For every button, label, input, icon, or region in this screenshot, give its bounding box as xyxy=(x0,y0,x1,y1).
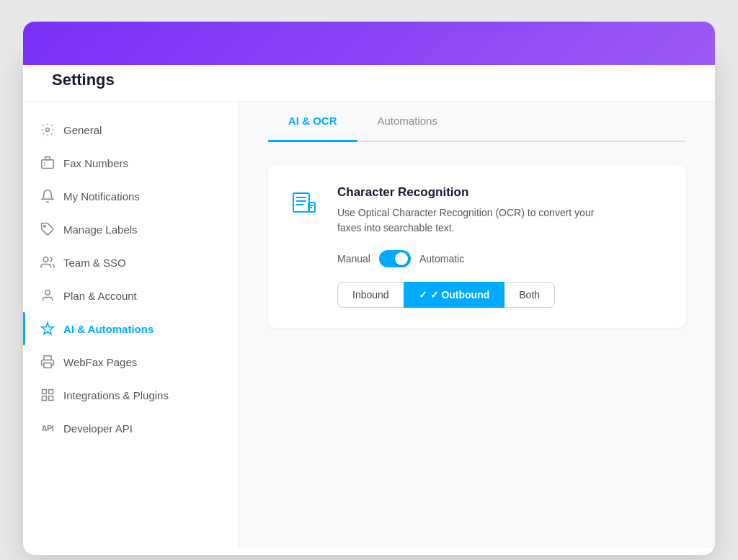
sidebar-item-notifications-label: My Notifications xyxy=(63,190,140,203)
top-bar xyxy=(23,22,715,65)
sidebar-item-integrations-label: Integrations & Plugins xyxy=(63,389,169,401)
sidebar-item-general[interactable]: General xyxy=(23,113,239,146)
sidebar-item-webfax-label: WebFax Pages xyxy=(63,356,137,368)
svg-rect-9 xyxy=(43,396,47,401)
api-icon: API xyxy=(40,421,55,435)
sidebar: General Fax Numbers xyxy=(23,102,239,548)
toggle-manual-label: Manual xyxy=(337,253,370,265)
fax-icon xyxy=(40,156,55,170)
toggle-thumb xyxy=(395,252,408,265)
svg-rect-5 xyxy=(44,363,51,368)
svg-rect-10 xyxy=(293,193,309,212)
app-wrapper: Settings General xyxy=(23,22,715,555)
section-title: Character Recognition xyxy=(337,185,666,200)
grid-icon xyxy=(40,388,55,402)
inbound-button[interactable]: Inbound xyxy=(337,282,404,308)
sidebar-item-integrations[interactable]: Integrations & Plugins xyxy=(23,378,239,412)
svg-point-0 xyxy=(46,128,50,132)
svg-point-4 xyxy=(45,290,50,295)
svg-rect-1 xyxy=(42,160,54,169)
character-recognition-section: Character Recognition Use Optical Charac… xyxy=(268,165,686,328)
svg-rect-7 xyxy=(49,390,53,394)
tabs-bar: AI & OCR Automations xyxy=(268,102,686,142)
content-area: General Fax Numbers xyxy=(23,102,715,548)
sidebar-item-my-notifications[interactable]: My Notifications xyxy=(23,179,239,213)
team-icon xyxy=(40,255,55,270)
sidebar-item-webfax-pages[interactable]: WebFax Pages xyxy=(23,345,239,378)
bell-icon xyxy=(40,189,55,203)
sidebar-item-api-label: Developer API xyxy=(63,422,133,435)
sidebar-item-manage-labels[interactable]: Manage Labels xyxy=(23,213,239,246)
ocr-toggle[interactable] xyxy=(379,250,411,267)
both-button[interactable]: Both xyxy=(504,282,555,308)
main-card: Settings General xyxy=(23,50,715,555)
svg-point-3 xyxy=(43,257,48,262)
sidebar-item-plan-account[interactable]: Plan & Account xyxy=(23,279,239,312)
sidebar-item-ai-label: AI & Automations xyxy=(63,323,154,335)
ocr-icon xyxy=(288,187,320,218)
person-icon xyxy=(40,288,55,303)
print-icon xyxy=(40,355,55,369)
main-panel: AI & OCR Automations xyxy=(239,102,715,548)
sidebar-item-labels-label: Manage Labels xyxy=(63,223,138,236)
svg-rect-6 xyxy=(43,390,47,394)
checkmark-icon: ✓ xyxy=(430,289,442,301)
sidebar-item-general-label: General xyxy=(63,124,102,136)
sidebar-item-team-label: Team & SSO xyxy=(63,257,126,269)
tab-automations[interactable]: Automations xyxy=(357,102,458,142)
svg-point-2 xyxy=(44,226,46,228)
outbound-button[interactable]: ✓ Outbound xyxy=(404,282,505,308)
sparkle-icon xyxy=(40,321,55,336)
sidebar-item-developer-api[interactable]: API Developer API xyxy=(23,412,239,445)
sidebar-item-team-sso[interactable]: Team & SSO xyxy=(23,246,239,279)
gear-icon xyxy=(40,123,55,137)
sidebar-item-plan-label: Plan & Account xyxy=(63,290,137,302)
svg-rect-8 xyxy=(49,396,53,401)
page-title: Settings xyxy=(52,71,686,89)
sidebar-item-fax-label: Fax Numbers xyxy=(63,157,128,169)
direction-button-group: Inbound ✓ Outbound Both xyxy=(337,282,666,308)
toggle-row: Manual Automatic xyxy=(337,250,666,267)
section-description: Use Optical Character Recognition (OCR) … xyxy=(337,205,611,236)
sidebar-item-fax-numbers[interactable]: Fax Numbers xyxy=(23,146,239,179)
tab-ai-ocr[interactable]: AI & OCR xyxy=(268,102,357,142)
sidebar-item-ai-automations[interactable]: AI & Automations xyxy=(23,312,239,345)
toggle-automatic-label: Automatic xyxy=(419,253,464,265)
character-recognition-body: Character Recognition Use Optical Charac… xyxy=(337,185,666,308)
label-icon xyxy=(40,222,55,236)
